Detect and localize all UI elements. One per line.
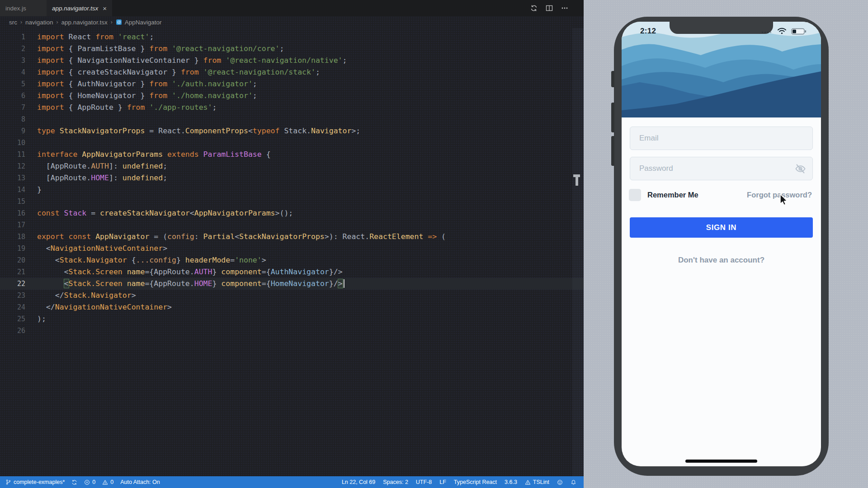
code-line-7[interactable]: 7import { AppRoute } from './app-routes'… — [0, 102, 584, 113]
tab-bar: index.js app.navigator.tsx × — [0, 0, 584, 16]
code-text: [AppRoute.AUTH]: undefined; — [37, 160, 167, 172]
tab-index-js[interactable]: index.js — [0, 0, 47, 16]
status-label: 0 — [110, 479, 113, 485]
no-account-link[interactable]: Don't have an account? — [622, 256, 821, 265]
forgot-password-link[interactable]: Forgot password? — [747, 191, 812, 199]
breadcrumb-item-app-navigator-tsx[interactable]: app.navigator.tsx — [61, 19, 108, 26]
status-indentation[interactable]: Spaces: 2 — [383, 479, 408, 485]
split-editor-icon[interactable] — [546, 5, 553, 12]
status-sync[interactable] — [71, 479, 77, 485]
status-auto-attach[interactable]: Auto Attach: On — [120, 479, 160, 485]
code-line-13[interactable]: 13 [AppRoute.HOME]: undefined; — [0, 172, 584, 184]
status-tslint[interactable]: TSLint — [525, 479, 549, 485]
breadcrumb-separator: › — [57, 19, 58, 25]
symbol-icon: @ — [116, 19, 122, 25]
code-line-5[interactable]: 5import { AuthNavigator } from './auth.n… — [0, 78, 584, 90]
status-label: 0 — [92, 479, 95, 485]
status-label: UTF-8 — [416, 479, 432, 485]
code-line-24[interactable]: 24 </NavigationNativeContainer> — [0, 301, 584, 313]
status-eol[interactable]: LF — [439, 479, 446, 485]
code-text: <NavigationNativeContainer> — [37, 243, 167, 254]
status-language-mode[interactable]: TypeScript React — [454, 479, 497, 485]
line-number: 26 — [0, 325, 25, 337]
line-number: 23 — [0, 290, 25, 301]
bell-icon — [571, 479, 576, 485]
tab-label: app.navigator.tsx — [52, 5, 98, 12]
remember-me-checkbox[interactable] — [629, 189, 641, 201]
status-label: Ln 22, Col 69 — [342, 479, 375, 485]
status-cursor-position[interactable]: Ln 22, Col 69 — [342, 479, 375, 485]
status-warnings[interactable]: 0 — [102, 479, 113, 485]
code-line-3[interactable]: 3import { NavigationNativeContainer } fr… — [0, 55, 584, 66]
volume-up-button[interactable] — [611, 103, 614, 132]
breadcrumb-item-src[interactable]: src — [9, 19, 17, 26]
code-editor[interactable]: 1import React from 'react';2import { Par… — [0, 28, 584, 337]
cellular-signal-icon — [762, 32, 771, 33]
code-line-19[interactable]: 19 <NavigationNativeContainer> — [0, 243, 584, 254]
line-number: 13 — [0, 172, 25, 184]
line-number: 15 — [0, 196, 25, 207]
status-notifications[interactable] — [571, 479, 576, 485]
line-number: 16 — [0, 207, 25, 219]
smiley-icon — [557, 479, 563, 485]
status-feedback[interactable] — [557, 479, 563, 485]
code-line-17[interactable]: 17 — [0, 219, 584, 231]
toggle-password-visibility-icon[interactable] — [794, 163, 807, 177]
code-line-2[interactable]: 2import { ParamListBase } from '@react-n… — [0, 43, 584, 55]
status-ts-version[interactable]: 3.6.3 — [505, 479, 517, 485]
code-line-14[interactable]: 14} — [0, 184, 584, 196]
code-line-9[interactable]: 9type StackNavigatorProps = React.Compon… — [0, 125, 584, 137]
breadcrumb-item-navigation[interactable]: navigation — [25, 19, 53, 26]
password-field[interactable] — [630, 157, 813, 180]
code-line-6[interactable]: 6import { HomeNavigator } from './home.n… — [0, 90, 584, 102]
line-number: 1 — [0, 31, 25, 43]
code-line-16[interactable]: 16const Stack = createStackNavigator<App… — [0, 207, 584, 219]
code-text: import { AuthNavigator } from './auth.na… — [37, 78, 257, 90]
text-caret — [344, 279, 344, 288]
tab-label: index.js — [5, 5, 26, 12]
status-git-branch[interactable]: complete-exmaples* — [5, 479, 65, 485]
code-line-11[interactable]: 11interface AppNavigatorParams extends P… — [0, 149, 584, 160]
phone-status-bar: 2:12 — [622, 22, 821, 40]
code-line-1[interactable]: 1import React from 'react'; — [0, 31, 584, 43]
code-line-25[interactable]: 25); — [0, 313, 584, 325]
code-line-12[interactable]: 12 [AppRoute.AUTH]: undefined; — [0, 160, 584, 172]
line-number: 7 — [0, 102, 25, 113]
code-line-10[interactable]: 10 — [0, 137, 584, 149]
sync-changes-icon[interactable] — [530, 5, 538, 12]
code-line-4[interactable]: 4import { createStackNavigator } from '@… — [0, 66, 584, 78]
mute-switch[interactable] — [611, 71, 614, 87]
status-label: Spaces: 2 — [383, 479, 408, 485]
sign-in-button[interactable]: SIGN IN — [630, 217, 813, 238]
status-errors[interactable]: 0 — [84, 479, 95, 485]
code-line-18[interactable]: 18export const AppNavigator = (config: P… — [0, 231, 584, 243]
line-number: 9 — [0, 125, 25, 137]
editor-scrollbar[interactable] — [572, 28, 584, 476]
status-label: TSLint — [533, 479, 549, 485]
line-number: 5 — [0, 78, 25, 90]
status-encoding[interactable]: UTF-8 — [416, 479, 432, 485]
code-line-15[interactable]: 15 — [0, 196, 584, 207]
home-indicator[interactable] — [685, 460, 757, 463]
more-actions-icon[interactable] — [561, 5, 568, 12]
code-line-26[interactable]: 26 — [0, 325, 584, 337]
code-text: </Stack.Navigator> — [37, 290, 136, 301]
breadcrumb-item-appnavigator[interactable]: AppNavigator — [125, 19, 162, 26]
tab-app-navigator[interactable]: app.navigator.tsx × — [47, 0, 112, 16]
volume-down-button[interactable] — [611, 136, 614, 166]
email-field[interactable] — [630, 127, 813, 150]
close-icon[interactable]: × — [103, 5, 107, 12]
code-text: <Stack.Navigator {...config} headerMode=… — [37, 254, 266, 266]
code-line-22[interactable]: 22 <Stack.Screen name={AppRoute.HOME} co… — [0, 278, 584, 290]
code-text: } — [37, 184, 42, 196]
line-number: 21 — [0, 266, 25, 278]
code-text: <Stack.Screen name={AppRoute.HOME} compo… — [37, 278, 344, 290]
status-label: complete-exmaples* — [14, 479, 65, 485]
line-number: 12 — [0, 160, 25, 172]
line-number: 10 — [0, 137, 25, 149]
code-line-23[interactable]: 23 </Stack.Navigator> — [0, 290, 584, 301]
device-panel: 2:12 — [584, 0, 868, 488]
code-line-8[interactable]: 8 — [0, 113, 584, 125]
code-line-20[interactable]: 20 <Stack.Navigator {...config} headerMo… — [0, 254, 584, 266]
code-line-21[interactable]: 21 <Stack.Screen name={AppRoute.AUTH} co… — [0, 266, 584, 278]
